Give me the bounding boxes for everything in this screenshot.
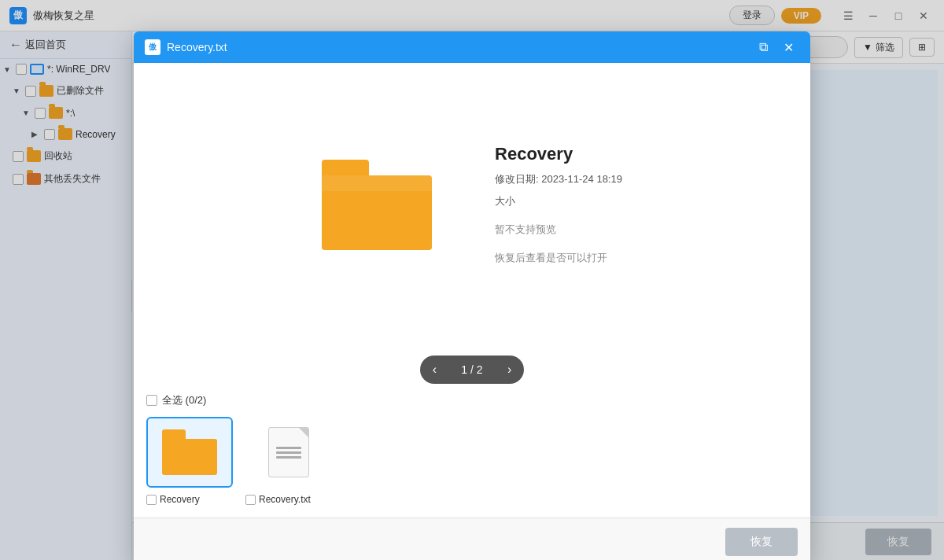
file-label-row: Recovery bbox=[146, 494, 233, 505]
modified-value: 2023-11-24 18:19 bbox=[541, 173, 622, 185]
file-item-recovery: Recovery bbox=[146, 417, 233, 505]
modal-close-button[interactable]: ✕ bbox=[777, 36, 799, 58]
file-grid: Recovery bbox=[146, 417, 798, 505]
preview-after-recover: 恢复后查看是否可以打开 bbox=[495, 251, 622, 265]
select-all-label: 全选 (0/2) bbox=[162, 393, 206, 407]
modal-overlay: 傲 Recovery.txt ⧉ ✕ Recovery bbox=[0, 0, 944, 560]
select-all-checkbox[interactable] bbox=[146, 395, 157, 406]
page-separator: / bbox=[470, 363, 477, 376]
preview-info: Recovery 修改日期: 2023-11-24 18:19 大小 暂不支持预… bbox=[495, 144, 622, 265]
modal-title: Recovery.txt bbox=[167, 41, 227, 53]
pagination-bar: ‹ 1 / 2 › bbox=[134, 346, 810, 393]
preview-folder-name: Recovery bbox=[495, 144, 622, 164]
file-label-row: Recovery.txt bbox=[245, 494, 332, 505]
modal-restore-button[interactable]: ⧉ bbox=[752, 36, 774, 58]
prev-page-button[interactable]: ‹ bbox=[420, 356, 448, 384]
file-checkbox-recovery[interactable] bbox=[146, 495, 157, 505]
file-name-recovery: Recovery bbox=[160, 494, 200, 505]
txt-line-2 bbox=[276, 451, 301, 454]
modal-recover-button[interactable]: 恢复 bbox=[725, 528, 798, 556]
file-thumb-txt[interactable] bbox=[245, 417, 332, 488]
page-total: 2 bbox=[477, 363, 483, 376]
file-checkbox-txt[interactable] bbox=[245, 495, 256, 505]
txt-line-1 bbox=[276, 447, 301, 449]
file-list-section: 全选 (0/2) Recovery bbox=[134, 393, 810, 518]
file-item-txt: Recovery.txt bbox=[245, 417, 332, 505]
page-info: 1 / 2 bbox=[448, 363, 495, 376]
file-thumb-recovery[interactable] bbox=[146, 417, 233, 488]
modal-logo-icon: 傲 bbox=[145, 39, 160, 55]
page-current: 1 bbox=[461, 363, 467, 376]
folder-thumb-body bbox=[162, 439, 217, 475]
preview-no-preview: 暂不支持预览 bbox=[495, 223, 622, 237]
modal-header-right: ⧉ ✕ bbox=[752, 36, 799, 58]
modal-bottom: 恢复 bbox=[134, 518, 810, 560]
preview-size: 大小 bbox=[495, 194, 622, 208]
modified-label: 修改日期: bbox=[495, 173, 539, 185]
preview-section: Recovery 修改日期: 2023-11-24 18:19 大小 暂不支持预… bbox=[134, 63, 810, 346]
pagination-inner: ‹ 1 / 2 › bbox=[420, 356, 523, 384]
modal-dialog: 傲 Recovery.txt ⧉ ✕ Recovery bbox=[134, 31, 810, 560]
folder-thumbnail-icon bbox=[162, 429, 217, 475]
preview-modified: 修改日期: 2023-11-24 18:19 bbox=[495, 172, 622, 186]
txt-line-3 bbox=[276, 456, 301, 459]
txt-thumbnail-icon bbox=[268, 427, 309, 477]
modal-body: Recovery 修改日期: 2023-11-24 18:19 大小 暂不支持预… bbox=[134, 63, 810, 560]
next-page-button[interactable]: › bbox=[496, 356, 524, 384]
preview-folder-icon bbox=[322, 160, 432, 250]
modal-header: 傲 Recovery.txt ⧉ ✕ bbox=[134, 31, 810, 63]
folder-body bbox=[322, 175, 432, 250]
file-name-txt: Recovery.txt bbox=[259, 494, 311, 505]
select-all-row: 全选 (0/2) bbox=[146, 393, 798, 407]
modal-header-left: 傲 Recovery.txt bbox=[145, 39, 227, 55]
